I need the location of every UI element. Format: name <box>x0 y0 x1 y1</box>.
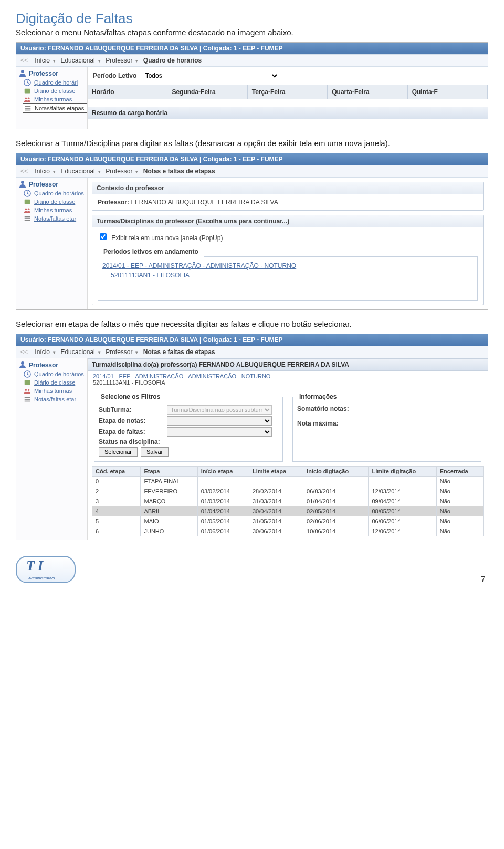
svg-point-8 <box>21 181 24 184</box>
etapas-grid: Cód. etapaEtapaInício etapaLimite etapaI… <box>92 466 484 536</box>
table-row[interactable]: 0ETAPA FINALNão <box>92 477 484 486</box>
svg-rect-23 <box>25 401 30 402</box>
intro-2: Selecionar a Turma/Disciplina para digit… <box>16 139 488 148</box>
table-row[interactable]: 4ABRIL01/04/201430/04/201402/05/201408/0… <box>92 506 484 516</box>
breadcrumb: << Início▾ Educacional▾ Professor▾ Quadr… <box>16 54 488 67</box>
clock-icon <box>24 370 31 378</box>
salvar-button[interactable] <box>141 447 169 457</box>
etapa-notas-select[interactable] <box>167 416 272 426</box>
somatorio-label: Somatório notas: <box>297 405 349 412</box>
user-bar: Usuário: FERNANDO ALBUQUERQUE FERREIRA D… <box>16 43 488 54</box>
table-row[interactable]: 6JUNHO01/06/201430/06/201410/06/201412/0… <box>92 526 484 536</box>
selecionar-button[interactable] <box>99 447 138 457</box>
info-fieldset: Informações Somatório notas: Nota máxima… <box>292 393 481 462</box>
panel-contexto-head: Contexto do professor <box>92 182 483 194</box>
svg-rect-13 <box>25 216 30 218</box>
sidebar: Professor Quadro de horários Diário de c… <box>16 178 88 309</box>
page-title: Digitação de Faltas <box>16 11 488 27</box>
user-bar: Usuário: FERNANDO ALBUQUERQUE FERREIRA D… <box>16 334 488 346</box>
sidebar: Professor Quadro de horári Diário de cla… <box>16 67 88 129</box>
clock-icon <box>24 190 31 197</box>
resumo-carga-head: Resumo da carga horária <box>88 107 488 119</box>
user-bar: Usuário: FERNANDO ALBUQUERQUE FERREIRA D… <box>16 153 488 165</box>
sidebar-item-notas-faltas[interactable]: Notas/faltas etapas <box>23 103 87 113</box>
context-line-1[interactable]: 2014/01 - EEP - ADMINISTRAÇÃO - ADMINIST… <box>93 373 482 379</box>
etapa-notas-label: Etapa de notas: <box>99 417 167 424</box>
svg-point-20 <box>28 389 30 391</box>
ti-logo: TI Administrativo <box>16 556 76 583</box>
etapa-faltas-label: Etapa de faltas: <box>99 428 167 436</box>
screenshot-3: Usuário: FERNANDO ALBUQUERQUE FERREIRA D… <box>16 334 488 540</box>
sidebar-item-notas-faltas[interactable]: Notas/faltas etar <box>23 214 87 223</box>
periodo-label: Período Letivo <box>93 72 136 79</box>
sidebar-group-professor[interactable]: Professor <box>16 358 87 370</box>
sidebar-item-turmas[interactable]: Minhas turmas <box>23 95 87 103</box>
tab-periodos-andamento[interactable]: Períodos letivos em andamento <box>98 246 204 257</box>
breadcrumb: << Início▾ Educacional▾ Professor▾ Notas… <box>16 346 488 358</box>
svg-point-3 <box>25 98 27 100</box>
professor-label: Professor: <box>98 199 129 206</box>
book-icon <box>24 198 31 205</box>
table-row[interactable]: 2FEVEREIRO03/02/201428/02/201406/03/2014… <box>92 486 484 496</box>
book-icon <box>24 87 31 95</box>
svg-point-12 <box>28 209 30 211</box>
sidebar-item-turmas[interactable]: Minhas turmas <box>23 206 87 214</box>
sidebar-item-diario[interactable]: Diário de classe <box>23 378 87 387</box>
panel-turma-disc-head: Turma/disciplina do(a) professor(a) FERN… <box>88 358 488 371</box>
periodo-select[interactable]: Todos <box>143 71 279 80</box>
turma-row-1[interactable]: 2014/01 - EEP - ADMINISTRAÇÃO - ADMINIST… <box>102 261 473 271</box>
clock-icon <box>24 79 31 86</box>
svg-point-19 <box>25 389 27 391</box>
popup-label: Exibir tela em uma nova janela (PopUp) <box>111 234 223 242</box>
svg-rect-18 <box>25 380 30 385</box>
nota-max-label: Nota máxima: <box>297 420 339 427</box>
filters-fieldset: Selecione os Filtros SubTurma:Turma/Disc… <box>94 393 283 462</box>
sidebar-item-quadro[interactable]: Quadro de horários <box>23 370 87 378</box>
table-row[interactable]: 3MARÇO01/03/201431/03/201401/04/201409/0… <box>92 496 484 506</box>
svg-rect-7 <box>25 110 31 111</box>
sidebar-item-quadro[interactable]: Quadro de horári <box>23 78 87 87</box>
svg-rect-21 <box>25 397 30 398</box>
grid-header: Limite digitação <box>369 467 436 477</box>
sidebar-item-diario[interactable]: Diário de classe <box>23 87 87 95</box>
svg-rect-5 <box>25 106 31 107</box>
page-number: 7 <box>481 575 488 583</box>
sidebar-group-professor[interactable]: Professor <box>16 178 87 189</box>
intro-1: Selecionar o menu Notas/faltas etapas co… <box>16 28 488 37</box>
svg-rect-15 <box>25 220 30 221</box>
etapa-faltas-select[interactable] <box>167 427 272 437</box>
svg-point-11 <box>25 209 27 211</box>
sidebar-item-diario[interactable]: Diário de classe <box>23 198 87 206</box>
list-icon <box>24 105 32 112</box>
book-icon <box>24 379 31 386</box>
popup-checkbox[interactable] <box>100 233 107 240</box>
svg-rect-22 <box>25 399 30 400</box>
grid-header: Etapa <box>141 467 197 477</box>
filters-legend: Selecione os Filtros <box>99 393 162 400</box>
list-icon <box>24 215 31 222</box>
sidebar-item-notas-faltas[interactable]: Notas/faltas etar <box>23 395 87 403</box>
sidebar-item-quadro[interactable]: Quadro de horários <box>23 189 87 198</box>
professor-name: FERNANDO ALBUQUERQUE FERREIRA DA SILVA <box>131 199 278 206</box>
breadcrumb: << Início▾ Educacional▾ Professor▾ Notas… <box>16 165 488 178</box>
table-row[interactable]: 5MAIO01/05/201431/05/201402/06/201406/06… <box>92 516 484 526</box>
svg-rect-10 <box>25 200 30 204</box>
user-icon <box>18 69 27 77</box>
screenshot-1: Usuário: FERNANDO ALBUQUERQUE FERREIRA D… <box>16 42 488 129</box>
subturma-select[interactable]: Turma/Disciplina não possui subturmas <box>167 405 272 415</box>
user-icon <box>18 360 27 369</box>
people-icon <box>24 387 31 395</box>
svg-rect-14 <box>25 218 30 219</box>
grid-header: Início digitação <box>303 467 369 477</box>
turma-row-2[interactable]: 52011113AN1 - FILOSOFIA <box>102 271 473 280</box>
status-label: Status na disciplina: <box>99 438 167 446</box>
sidebar-item-turmas[interactable]: Minhas turmas <box>23 387 87 395</box>
grid-header: Início etapa <box>197 467 249 477</box>
sidebar-group-professor[interactable]: Professor <box>16 67 87 78</box>
grid-header: Cód. etapa <box>92 467 141 477</box>
svg-point-16 <box>21 361 24 365</box>
user-icon <box>18 180 27 188</box>
svg-rect-6 <box>25 108 31 109</box>
grid-header: Limite etapa <box>249 467 303 477</box>
screenshot-2: Usuário: FERNANDO ALBUQUERQUE FERREIRA D… <box>16 153 488 310</box>
